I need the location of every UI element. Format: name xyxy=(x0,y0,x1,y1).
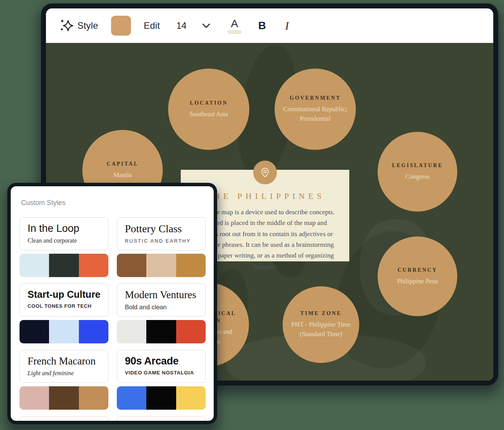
palette-swatch xyxy=(176,386,206,410)
style-card-partial[interactable] xyxy=(117,416,206,421)
palette-swatch xyxy=(117,320,146,343)
style-card-tagline: COOL TONES FOR TECH xyxy=(28,303,108,309)
palette-swatch xyxy=(79,386,108,410)
style-card-90s-arcade[interactable]: 90s Arcade VIDEO GAME NOSTALGIA xyxy=(117,350,206,383)
style-cell: In the Loop Clean and corporate xyxy=(20,217,108,277)
bubble-currency[interactable]: CURRENCY Philippine Peso xyxy=(378,236,457,316)
palette-swatch xyxy=(176,254,206,277)
bubble-value: Congress xyxy=(405,172,429,182)
bubble-value: PHT - Philippine Time (Standard Time) xyxy=(290,320,352,339)
bubble-label: GOVERNMENT xyxy=(290,95,340,102)
style-card-name: Modern Ventures xyxy=(125,289,205,301)
palette-in-the-loop[interactable] xyxy=(20,254,108,277)
style-card-pottery-class[interactable]: Pottery Class RUSTIC AND EARTHY xyxy=(117,217,206,250)
style-card-name: Start-up Culture xyxy=(28,289,108,300)
text-toolbar: Style Edit 14 A B I xyxy=(46,8,493,43)
bold-button[interactable]: B xyxy=(258,20,266,32)
palette-swatch xyxy=(20,320,49,343)
style-card-tagline: Bold and clean xyxy=(125,304,205,311)
style-button[interactable]: Style xyxy=(59,18,98,33)
bubble-value: Southeast Asia xyxy=(190,109,228,119)
palette-french-macaron[interactable] xyxy=(20,386,108,410)
palette-swatch xyxy=(146,386,176,410)
style-card-modern-ventures[interactable]: Modern Ventures Bold and clean xyxy=(117,284,206,317)
palette-swatch xyxy=(79,254,108,277)
style-card-tagline: Clean and corporate xyxy=(28,237,108,244)
font-size-value[interactable]: 14 xyxy=(177,20,187,31)
italic-button[interactable]: I xyxy=(285,20,289,32)
bubble-label: TIME ZONE xyxy=(300,310,342,317)
location-pin-icon xyxy=(259,166,272,179)
style-card-start-up-culture[interactable]: Start-up Culture COOL TONES FOR TECH xyxy=(20,284,108,317)
palette-swatch xyxy=(117,386,146,410)
palette-swatch xyxy=(49,254,79,277)
bubble-timezone[interactable]: TIME ZONE PHT - Philippine Time (Standar… xyxy=(283,286,359,363)
bubble-label: CAPITAL xyxy=(107,161,139,168)
palette-swatch xyxy=(79,320,108,343)
bubble-legislature[interactable]: LEGISLATURE Congress xyxy=(378,132,457,212)
bubble-label: LEGISLATURE xyxy=(392,162,443,169)
palette-swatch xyxy=(146,320,176,343)
edit-button[interactable]: Edit xyxy=(144,20,160,31)
style-card-name: In the Loop xyxy=(28,223,108,235)
text-color-button[interactable]: A xyxy=(227,18,241,34)
text-color-swatch xyxy=(227,30,241,34)
font-size-dropdown[interactable] xyxy=(201,21,211,30)
style-cell: Modern Ventures Bold and clean xyxy=(117,284,206,343)
bubble-value: Constitutional Republic; Presidential xyxy=(283,104,347,124)
style-cards-grid: In the Loop Clean and corporate Pottery … xyxy=(20,217,206,421)
style-card-name: French Macaron xyxy=(28,355,108,367)
style-card-tagline: RUSTIC AND EARTHY xyxy=(125,238,205,244)
bubble-label: CURRENCY xyxy=(398,267,437,274)
style-cell: 90s Arcade VIDEO GAME NOSTALGIA xyxy=(117,350,206,410)
bubble-government[interactable]: GOVERNMENT Constitutional Republic; Pres… xyxy=(275,69,356,150)
sparkles-icon xyxy=(59,18,74,33)
custom-styles-panel: Custom Styles In the Loop Clean and corp… xyxy=(11,186,214,421)
palette-swatch xyxy=(20,254,49,277)
palette-swatch xyxy=(176,320,206,343)
bubble-label: LOCATION xyxy=(190,100,227,107)
style-cell: Start-up Culture COOL TONES FOR TECH xyxy=(20,284,108,343)
palette-swatch xyxy=(117,254,146,277)
bubble-location[interactable]: LOCATION Southeast Asia xyxy=(168,69,249,150)
style-card-tagline: VIDEO GAME NOSTALGIA xyxy=(125,370,205,376)
style-card-in-the-loop[interactable]: In the Loop Clean and corporate xyxy=(20,217,108,250)
fill-color-swatch-button[interactable] xyxy=(111,16,131,36)
text-color-icon: A xyxy=(231,18,238,30)
style-card-tagline: Light and feminine xyxy=(28,370,108,377)
palette-swatch xyxy=(49,320,79,343)
style-card-name: 90s Arcade xyxy=(125,355,205,367)
style-card-french-macaron[interactable]: French Macaron Light and feminine xyxy=(20,350,108,383)
style-card-partial[interactable] xyxy=(20,416,108,421)
palette-swatch xyxy=(20,386,49,410)
style-button-label: Style xyxy=(77,20,98,31)
bubble-value: Philippine Peso xyxy=(397,276,438,286)
bubble-value: Manila xyxy=(113,170,132,180)
palette-pottery-class[interactable] xyxy=(117,254,206,277)
palette-swatch xyxy=(49,386,79,410)
palette-90s-arcade[interactable] xyxy=(117,386,206,410)
center-card-body: A bubble map is a device used to describ… xyxy=(194,207,336,272)
chevron-down-icon xyxy=(201,21,211,30)
style-cell: Pottery Class RUSTIC AND EARTHY xyxy=(117,217,206,277)
palette-start-up-culture[interactable] xyxy=(20,320,108,343)
palette-swatch xyxy=(146,254,176,277)
panel-title: Custom Styles xyxy=(21,199,214,207)
style-cell: French Macaron Light and feminine xyxy=(20,350,108,410)
location-pin-badge[interactable] xyxy=(253,161,277,184)
style-card-name: Pottery Class xyxy=(125,223,205,235)
palette-modern-ventures[interactable] xyxy=(117,320,206,343)
